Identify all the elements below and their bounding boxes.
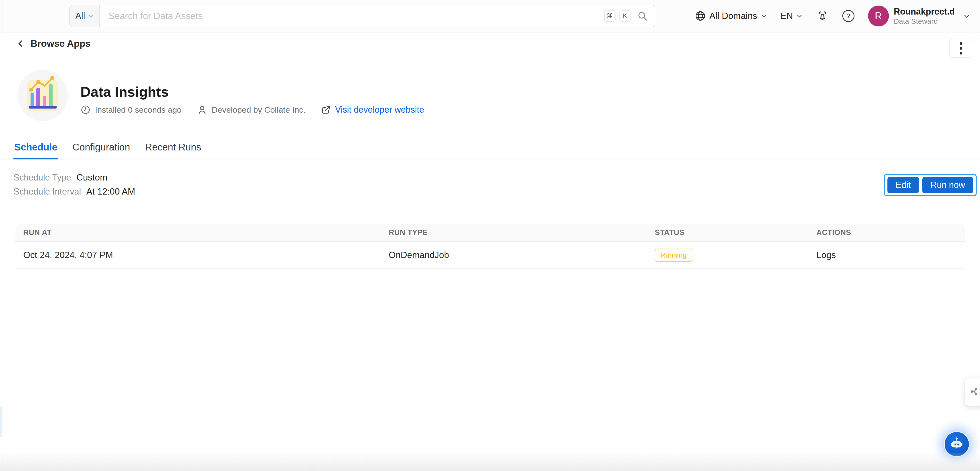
chat-assistant-button[interactable]	[944, 431, 970, 457]
edge-widget-partial[interactable]	[965, 378, 980, 406]
search-filter-label: All	[75, 11, 85, 21]
status-cell: Running	[646, 248, 808, 262]
chevron-down-icon	[88, 13, 94, 19]
schedule-interval-label: Schedule Interval	[14, 186, 81, 197]
schedule-type-value: Custom	[76, 172, 107, 183]
installed-text: Installed 0 seconds ago	[95, 105, 181, 115]
notifications-button[interactable]	[816, 10, 829, 22]
logs-link[interactable]: Logs	[808, 250, 965, 260]
language-dropdown[interactable]: EN	[781, 11, 803, 21]
table-header-row: RUN AT RUN TYPE STATUS ACTIONS	[15, 224, 965, 242]
help-icon: ?	[842, 10, 854, 22]
clock-icon	[80, 105, 91, 115]
avatar-initial: R	[875, 10, 882, 22]
table-row: Oct 24, 2024, 4:07 PM OnDemandJob Runnin…	[15, 242, 965, 269]
help-button[interactable]: ?	[842, 10, 854, 22]
search-filter-dropdown[interactable]: All	[70, 5, 100, 27]
website-link-label: Visit developer website	[335, 105, 424, 115]
avatar: R	[868, 6, 889, 26]
top-navigation-bar: All ⌘ K All Domains EN	[0, 0, 980, 32]
column-run-at: RUN AT	[15, 228, 380, 237]
app-icon	[18, 70, 68, 121]
global-search: All ⌘ K	[69, 5, 655, 27]
run-type-cell: OnDemandJob	[380, 250, 646, 260]
column-run-type: RUN TYPE	[380, 228, 646, 237]
diagram-icon	[970, 387, 980, 397]
chevron-down-icon	[761, 13, 767, 19]
back-label: Browse Apps	[30, 38, 91, 49]
run-now-button[interactable]: Run now	[922, 177, 973, 193]
edit-button[interactable]: Edit	[888, 177, 919, 193]
domains-label: All Domains	[709, 11, 757, 21]
recent-runs-table: RUN AT RUN TYPE STATUS ACTIONS Oct 24, 2…	[15, 224, 965, 269]
tab-configuration[interactable]: Configuration	[72, 142, 131, 159]
external-link-icon	[321, 105, 331, 115]
installed-info: Installed 0 seconds ago	[80, 105, 181, 115]
more-actions-button[interactable]	[950, 39, 972, 58]
developer-website-link[interactable]: Visit developer website	[321, 105, 424, 115]
person-icon	[197, 105, 207, 115]
kebab-icon	[959, 42, 962, 45]
tab-schedule[interactable]: Schedule	[13, 142, 59, 159]
cmd-key-badge: ⌘	[604, 10, 616, 22]
schedule-interval-value: At 12:00 AM	[86, 186, 135, 197]
status-badge: Running	[655, 248, 692, 262]
back-chevron-icon	[16, 39, 25, 48]
robot-icon	[949, 437, 964, 452]
schedule-type-label: Schedule Type	[14, 172, 71, 183]
chevron-down-icon	[796, 13, 803, 19]
column-status: STATUS	[646, 228, 808, 237]
tab-recent-runs[interactable]: Recent Runs	[144, 142, 202, 159]
chevron-down-icon	[963, 12, 970, 20]
run-at-cell: Oct 24, 2024, 4:07 PM	[15, 250, 380, 260]
bottom-gradient	[0, 452, 980, 471]
schedule-actions: Edit Run now	[884, 174, 977, 196]
user-name: Rounakpreet.d	[894, 6, 955, 17]
language-label: EN	[781, 11, 793, 21]
globe-icon	[695, 10, 706, 22]
browse-apps-back[interactable]: Browse Apps	[16, 38, 91, 49]
data-insights-chart-icon	[27, 80, 58, 111]
window-left-border	[2, 0, 2, 471]
user-role: Data Steward	[894, 17, 955, 26]
column-actions: ACTIONS	[808, 228, 965, 237]
search-input[interactable]	[100, 5, 604, 27]
developer-text: Developed by Collate Inc.	[212, 105, 305, 115]
k-key-badge: K	[619, 10, 630, 22]
app-tabs: Schedule Configuration Recent Runs	[0, 138, 980, 159]
search-icon[interactable]	[637, 10, 648, 22]
developer-info: Developed by Collate Inc.	[197, 105, 305, 115]
schedule-summary: Schedule Type Custom Schedule Interval A…	[14, 172, 135, 200]
bell-icon	[816, 10, 829, 22]
domains-dropdown[interactable]: All Domains	[695, 10, 767, 22]
user-menu[interactable]: R Rounakpreet.d Data Steward	[868, 6, 970, 26]
page-title: Data Insights	[80, 84, 169, 100]
